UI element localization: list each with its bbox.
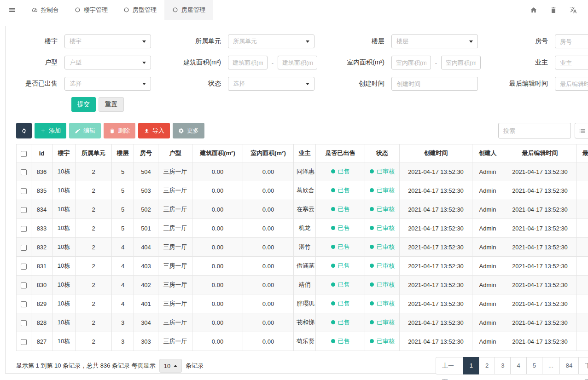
row-checkbox[interactable] [21, 226, 27, 232]
filter-select[interactable]: 户型 [64, 56, 151, 69]
cell-status: 已审核 [365, 257, 400, 276]
cell-build-area: 0.00 [192, 181, 243, 200]
cell-unit: 2 [76, 332, 112, 351]
add-button[interactable]: 添加 [35, 123, 66, 138]
row-checkbox[interactable] [21, 169, 27, 175]
filter-input[interactable] [555, 35, 588, 48]
cell-edited-at: 2021-04-17 13:52:30 [503, 181, 577, 200]
cell-sold: 已售 [316, 257, 365, 276]
cell-created-by: Admin [472, 332, 503, 351]
edit-button[interactable]: 编辑 [69, 123, 101, 138]
status-badge: 已审核 [377, 206, 395, 213]
cell-owner: 机龙 [294, 219, 316, 238]
cell-last-editor [577, 162, 588, 181]
cell-status: 已审核 [365, 181, 400, 200]
cell-created-by: Admin [472, 200, 503, 219]
cell-edited-at: 2021-04-17 13:52:30 [503, 200, 577, 219]
cell-last-editor [577, 332, 588, 351]
status-dot-icon [370, 169, 374, 173]
cell-sold: 已售 [316, 313, 365, 332]
pagination-item[interactable]: 5 [526, 357, 542, 374]
submit-button[interactable]: 提交 [71, 97, 96, 112]
row-select-cell [17, 162, 31, 181]
cell-id: 830 [31, 276, 52, 294]
search-input[interactable] [498, 123, 571, 138]
cell-created-at: 2021-04-17 13:52:30 [400, 238, 472, 257]
filter-select[interactable]: 楼宇 [64, 35, 151, 48]
filter-range-from[interactable] [391, 56, 431, 69]
filter-input[interactable] [391, 77, 478, 91]
nav-tab-4[interactable]: 房屋管理 [164, 0, 213, 20]
status-dot-icon [370, 282, 374, 287]
pagination-item[interactable]: 下一页 [578, 357, 588, 374]
filter-range-from[interactable] [228, 56, 268, 69]
row-checkbox[interactable] [21, 320, 27, 326]
navbar-spacer [213, 0, 530, 20]
table-footer: 显示第 1 到第 10 条记录，总共 836 条记录 每页显示 10 条记录 上… [16, 357, 588, 375]
reset-button[interactable]: 重置 [99, 97, 124, 112]
sold-badge: 已售 [338, 319, 350, 326]
select-all-checkbox[interactable] [21, 151, 27, 157]
status-dot-icon [331, 226, 335, 230]
trash-icon[interactable] [550, 6, 557, 14]
filter-range-to[interactable] [278, 56, 317, 69]
menu-icon[interactable] [0, 0, 24, 20]
status-dot-icon [370, 188, 374, 192]
cell-room: 402 [134, 276, 158, 294]
row-checkbox[interactable] [21, 301, 27, 307]
row-checkbox[interactable] [21, 339, 27, 345]
page-size-dropdown[interactable]: 10 [159, 359, 182, 373]
row-checkbox[interactable] [21, 282, 27, 288]
column-header: 室内面积(m²) [243, 144, 294, 162]
chevron-down-icon [142, 83, 146, 85]
column-header: 创建时间 [400, 144, 472, 162]
circle-icon [123, 7, 129, 13]
filter-select[interactable]: 楼层 [391, 35, 478, 48]
import-button[interactable]: 导入 [138, 123, 170, 138]
language-icon[interactable] [570, 6, 577, 14]
cell-created-at: 2021-04-17 13:52:30 [400, 219, 472, 238]
home-icon[interactable] [530, 6, 537, 14]
cell-edited-at: 2021-04-17 13:52:30 [503, 276, 577, 294]
filter-input[interactable] [555, 56, 588, 69]
pagination-item[interactable]: 上一页 [436, 357, 464, 374]
delete-button[interactable]: 删除 [104, 123, 135, 138]
row-checkbox[interactable] [21, 207, 27, 213]
pagination-item[interactable]: 1 [463, 357, 479, 374]
row-checkbox[interactable] [21, 264, 27, 270]
pagination-item[interactable]: 4 [510, 357, 526, 374]
pagination-item[interactable]: 84 [559, 357, 579, 374]
nav-tab-2[interactable]: 楼宇管理 [67, 0, 116, 20]
table-body: 83610栋25504三房一厅0.000.00同泽惠已售已审核2021-04-1… [17, 162, 588, 351]
pencil-icon [75, 128, 81, 134]
pagination-ellipsis: ... [542, 357, 560, 374]
status-dot-icon [331, 301, 335, 305]
filter-range-to[interactable] [441, 56, 481, 69]
cell-status: 已审核 [365, 332, 400, 351]
nav-tab-1[interactable]: 控制台 [24, 0, 67, 20]
cell-indoor-area: 0.00 [243, 238, 294, 257]
button-label: 导入 [152, 127, 164, 135]
cell-unit: 2 [76, 276, 112, 294]
columns-toggle-button[interactable] [575, 123, 588, 138]
more-button[interactable]: 更多 [173, 123, 204, 138]
filter-label: 是否已出售 [16, 80, 64, 88]
cell-room: 304 [134, 313, 158, 332]
cell-created-by: Admin [472, 238, 503, 257]
filter-select[interactable]: 选择 [228, 77, 314, 91]
cell-floor: 4 [112, 294, 134, 313]
refresh-button[interactable] [16, 123, 32, 138]
row-checkbox[interactable] [21, 188, 27, 194]
nav-tab-3[interactable]: 房型管理 [116, 0, 164, 20]
filter-label: 楼层 [343, 37, 391, 46]
filter-input[interactable] [555, 77, 588, 91]
chevron-down-icon [469, 40, 473, 43]
row-checkbox[interactable] [21, 245, 27, 251]
filter-select[interactable]: 选择 [64, 77, 151, 91]
cell-build-area: 0.00 [192, 257, 243, 276]
cell-build-area: 0.00 [192, 276, 243, 294]
sold-badge: 已售 [338, 262, 350, 269]
filter-select[interactable]: 所属单元 [228, 35, 314, 48]
pagination-item[interactable]: 3 [495, 357, 511, 374]
pagination-item[interactable]: 2 [479, 357, 495, 374]
